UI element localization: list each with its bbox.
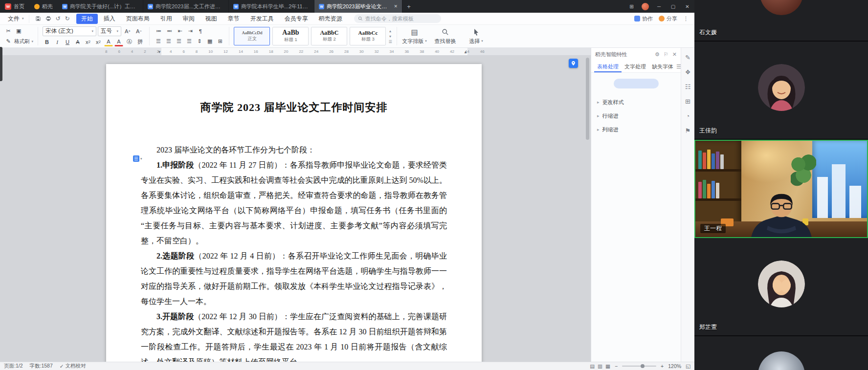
participant-tile-1[interactable]: 石文媛 (694, 0, 868, 42)
history-icon[interactable]: ◔ (686, 112, 690, 120)
fullscreen-icon[interactable]: ◱ (686, 363, 690, 369)
cut-icon[interactable]: ✂ (4, 27, 13, 36)
style-heading-1[interactable]: AaBb 标题 1 (272, 27, 309, 45)
zoom-in-icon[interactable]: + (661, 363, 664, 369)
word-count[interactable]: 字数:1587 (30, 363, 53, 370)
new-tab-button[interactable]: + (402, 0, 415, 13)
vertical-scrollbar[interactable] (586, 58, 589, 140)
panel-pin-icon[interactable]: ⚐ (664, 51, 668, 58)
more-options-icon[interactable]: ⋮ (683, 16, 689, 22)
panel-tab-table[interactable]: 表格处理 (594, 61, 622, 72)
pinyin-guide-button[interactable]: 拼 (135, 38, 145, 46)
margin-comment-marker[interactable]: ▾ (133, 155, 142, 162)
horizontal-ruler[interactable]: 8642246810121416182022242628303234363840… (0, 48, 591, 56)
shading-button[interactable]: ▦ (205, 37, 214, 46)
font-size-select[interactable]: 五号 ▾ (98, 26, 121, 36)
increase-font-icon[interactable]: A+ (123, 27, 133, 36)
menu-tab-member[interactable]: 会员专享 (280, 14, 313, 24)
proofing-status[interactable]: ✓ 文档校对 (60, 363, 86, 370)
apps-icon[interactable]: ⊞ (685, 98, 690, 105)
line-spacing-button[interactable]: ⇕ (195, 37, 204, 46)
bold-button[interactable]: B (43, 38, 51, 46)
find-replace-button[interactable]: 查找替换 (432, 28, 459, 45)
gallery-up-icon[interactable]: ▴ (389, 29, 391, 33)
location-pin-button[interactable] (569, 59, 578, 68)
undo-icon[interactable]: ↺ (56, 15, 61, 22)
redo-icon[interactable]: ↻ (65, 15, 70, 22)
increase-indent-button[interactable]: ⇥ (186, 27, 195, 36)
panel-item-change-style[interactable]: ▸ 更改样式 (591, 95, 681, 109)
zoom-slider-thumb[interactable] (641, 364, 645, 368)
justify-button[interactable]: ☰ (185, 37, 194, 46)
panel-close-icon[interactable]: ✕ (672, 51, 677, 58)
subscript-button[interactable]: x2 (94, 38, 103, 46)
panel-action-pill[interactable] (614, 79, 659, 88)
layout-switch-icon[interactable]: ⊞ (624, 0, 639, 13)
strikethrough-button[interactable]: A (73, 38, 82, 46)
zoom-level[interactable]: 120% (668, 363, 681, 369)
layers-icon[interactable]: ☷ (685, 83, 691, 90)
panel-tab-text[interactable]: 文字处理 (622, 61, 649, 72)
borders-button[interactable]: ⊞ (216, 37, 224, 46)
document-tab-4-active[interactable]: W 商学院2023届毕业论文工作时间安排 ✕ (314, 0, 402, 13)
document-tab-3[interactable]: W 商学院本科学生毕...2年11月修订） (229, 0, 314, 13)
save-icon[interactable] (35, 16, 41, 22)
web-layout-view-icon[interactable]: ▥ (598, 363, 602, 369)
style-normal[interactable]: AaBbCcDd 正文 (234, 27, 270, 45)
command-search-box[interactable]: 查找命令，搜索模板 (354, 14, 441, 23)
participant-tile-3-speaking[interactable]: 王一程 (694, 140, 868, 238)
indent-marker-left[interactable]: ▼ (157, 50, 161, 54)
document-tab-2[interactable]: W 商学院2023届...文工作进度要求表 (143, 0, 229, 13)
menu-tab-view[interactable]: 视图 (200, 14, 222, 24)
text-tools-button[interactable]: ▤ 文字排版▾ (401, 28, 428, 45)
superscript-button[interactable]: x2 (84, 38, 92, 46)
participant-tile-2[interactable]: 王佳韵 (694, 42, 868, 140)
bullet-list-button[interactable]: ≔ (154, 27, 163, 36)
panel-item-column-indent[interactable]: ▸ 列缩进 (591, 123, 681, 136)
align-right-button[interactable]: ☰ (175, 37, 183, 46)
menu-tab-review[interactable]: 审阅 (178, 14, 200, 24)
close-button[interactable]: ✕ (680, 0, 694, 13)
highlight-color-button[interactable]: A (104, 38, 113, 46)
italic-button[interactable]: I (53, 38, 62, 46)
decrease-font-icon[interactable]: A− (134, 27, 144, 36)
participant-tile-4[interactable]: 郑芷萱 (694, 238, 868, 336)
font-name-select[interactable]: 宋体 (正文) ▾ (43, 26, 96, 36)
print-layout-view-icon[interactable]: ▤ (590, 363, 595, 369)
align-center-button[interactable]: ☰ (164, 37, 173, 46)
gallery-down-icon[interactable]: ▾ (389, 34, 391, 39)
decrease-indent-button[interactable]: ⇤ (176, 27, 184, 36)
panel-item-row-indent[interactable]: ▸ 行缩进 (591, 109, 681, 123)
underline-button[interactable]: U (63, 38, 72, 46)
panel-tab-fonts[interactable]: 缺失字体 (649, 61, 676, 72)
style-heading-2[interactable]: AaBbC 标题 2 (311, 27, 347, 45)
format-painter-label[interactable]: 格式刷 (14, 38, 30, 45)
document-page[interactable]: 商学院 2023 届毕业论文工作时间安排 2023 届毕业论文的各环节工作分为七… (106, 64, 482, 362)
zoom-slider[interactable] (622, 366, 656, 367)
home-tab[interactable]: W 首页 (0, 0, 29, 13)
menu-tab-insert[interactable]: 插入 (99, 14, 120, 24)
shapes-icon[interactable]: ❖ (685, 68, 691, 76)
outline-view-icon[interactable]: ▦ (605, 363, 610, 369)
menu-tab-references[interactable]: 引用 (156, 14, 177, 24)
gallery-more-icon[interactable]: ☰ (388, 40, 392, 44)
style-heading-3[interactable]: AaBbCc 标题 3 (350, 27, 386, 45)
bookmark-icon[interactable]: ⚑ (685, 127, 691, 134)
file-menu[interactable]: 文件 ▾ (3, 15, 29, 23)
show-marks-button[interactable]: ¶ (196, 27, 205, 36)
tab-close-icon[interactable]: ✕ (394, 4, 398, 9)
menu-tab-developer[interactable]: 开发工具 (245, 14, 279, 24)
menu-tab-docer-resources[interactable]: 稻壳资源 (314, 14, 347, 24)
account-avatar[interactable] (642, 3, 649, 10)
align-left-button[interactable]: ☰ (154, 37, 163, 46)
document-tab-1[interactable]: W 商学院关于做好(...计）工作的通知 (58, 0, 143, 13)
numbered-list-button[interactable]: ≕ (165, 27, 174, 36)
docer-tab[interactable]: 稻壳 (29, 0, 58, 13)
enclose-character-button[interactable]: Ⓐ (125, 38, 134, 46)
copy-icon[interactable]: ▣ (14, 27, 23, 36)
minimize-button[interactable]: ─ (652, 0, 666, 13)
menu-tab-home[interactable]: 开始 (76, 14, 98, 24)
menu-tab-page-layout[interactable]: 页面布局 (121, 14, 155, 24)
zoom-out-icon[interactable]: − (615, 363, 618, 369)
maximize-button[interactable]: ▢ (666, 0, 680, 13)
